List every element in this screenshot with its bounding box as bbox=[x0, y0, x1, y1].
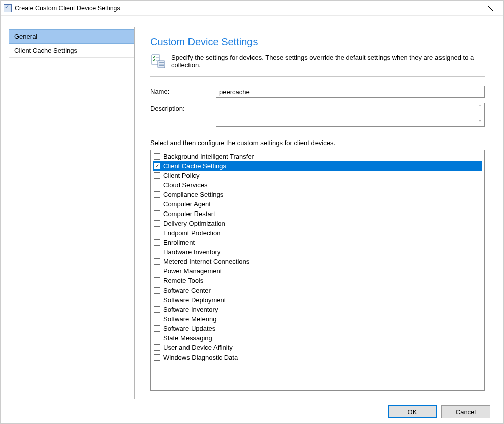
setting-checkbox[interactable] bbox=[154, 239, 160, 246]
setting-checkbox[interactable] bbox=[154, 287, 160, 294]
setting-row[interactable]: Hardware Inventory bbox=[153, 247, 482, 257]
settings-listbox[interactable]: Background Intelligent TransferClient Ca… bbox=[150, 150, 485, 391]
setting-row[interactable]: Metered Internet Connections bbox=[153, 257, 482, 266]
name-row: Name: bbox=[150, 86, 485, 98]
setting-label: Software Inventory bbox=[163, 306, 218, 313]
setting-row[interactable]: Software Deployment bbox=[153, 295, 482, 305]
setting-label: User and Device Affinity bbox=[163, 344, 233, 351]
setting-row[interactable]: Computer Restart bbox=[153, 209, 482, 219]
dialog-window: Create Custom Client Device Settings Gen… bbox=[0, 0, 504, 424]
setting-checkbox[interactable] bbox=[154, 325, 160, 332]
panels: GeneralClient Cache Settings Custom Devi… bbox=[9, 27, 495, 399]
setting-label: Metered Internet Connections bbox=[163, 258, 249, 265]
setting-checkbox[interactable] bbox=[154, 201, 160, 207]
sidebar-item-client-cache-settings[interactable]: Client Cache Settings bbox=[9, 44, 134, 58]
svg-rect-6 bbox=[159, 62, 164, 63]
svg-rect-3 bbox=[156, 57, 159, 58]
setting-checkbox[interactable] bbox=[154, 249, 160, 255]
close-button[interactable] bbox=[480, 1, 500, 15]
setting-row[interactable]: Compliance Settings bbox=[153, 190, 482, 199]
close-icon bbox=[488, 6, 493, 11]
setting-label: Enrollment bbox=[163, 239, 195, 246]
setting-row[interactable]: Software Metering bbox=[153, 314, 482, 324]
setting-label: Hardware Inventory bbox=[163, 248, 220, 256]
setting-label: Computer Restart bbox=[163, 210, 215, 218]
setting-row[interactable]: State Messaging bbox=[153, 333, 482, 343]
instruction-row: Specify the settings for devices. These … bbox=[150, 54, 485, 77]
titlebar[interactable]: Create Custom Client Device Settings bbox=[1, 1, 503, 16]
client-area: GeneralClient Cache Settings Custom Devi… bbox=[1, 16, 503, 423]
setting-row[interactable]: Client Policy bbox=[153, 171, 482, 180]
page-title: Custom Device Settings bbox=[150, 36, 485, 48]
setting-checkbox[interactable] bbox=[154, 268, 160, 274]
setting-label: Computer Agent bbox=[163, 200, 211, 208]
description-scrollbar[interactable]: ˄ ˅ bbox=[475, 103, 484, 126]
setting-row[interactable]: Enrollment bbox=[153, 238, 482, 247]
setting-label: Endpoint Protection bbox=[163, 229, 220, 237]
setting-label: Remote Tools bbox=[163, 277, 203, 285]
setting-checkbox[interactable] bbox=[154, 344, 160, 351]
setting-row[interactable]: Endpoint Protection bbox=[153, 228, 482, 238]
setting-row[interactable]: User and Device Affinity bbox=[153, 343, 482, 352]
button-row: OK Cancel bbox=[9, 399, 495, 418]
setting-label: Software Deployment bbox=[163, 296, 226, 304]
setting-label: Client Cache Settings bbox=[163, 162, 226, 170]
setting-checkbox[interactable] bbox=[154, 297, 160, 303]
setting-label: Software Updates bbox=[163, 325, 215, 332]
app-icon bbox=[4, 4, 12, 12]
setting-label: Delivery Optimization bbox=[163, 220, 225, 227]
main-panel: Custom Device Settings bbox=[140, 27, 495, 399]
setting-checkbox[interactable] bbox=[154, 220, 160, 227]
description-field[interactable] bbox=[216, 103, 475, 126]
setting-label: Windows Diagnostic Data bbox=[163, 354, 238, 361]
svg-rect-4 bbox=[156, 60, 159, 61]
setting-row[interactable]: Software Center bbox=[153, 286, 482, 295]
setting-row[interactable]: Windows Diagnostic Data bbox=[153, 352, 482, 362]
window-title: Create Custom Client Device Settings bbox=[15, 5, 480, 12]
sidebar-item-general[interactable]: General bbox=[9, 29, 134, 44]
setting-checkbox[interactable] bbox=[154, 316, 160, 322]
setting-label: Compliance Settings bbox=[163, 191, 223, 198]
setting-row[interactable]: Power Management bbox=[153, 266, 482, 276]
setting-label: Background Intelligent Transfer bbox=[163, 153, 254, 160]
description-wrap: ˄ ˅ bbox=[216, 103, 485, 127]
setting-checkbox[interactable] bbox=[154, 306, 160, 313]
setting-checkbox[interactable] bbox=[154, 153, 160, 160]
setting-label: Cloud Services bbox=[163, 181, 207, 189]
scroll-up-icon: ˄ bbox=[479, 104, 481, 110]
setting-row[interactable]: Software Updates bbox=[153, 324, 482, 333]
name-label: Name: bbox=[150, 86, 216, 95]
setting-checkbox[interactable] bbox=[154, 335, 160, 341]
setting-row[interactable]: Client Cache Settings bbox=[153, 161, 482, 171]
setting-label: Power Management bbox=[163, 267, 222, 275]
setting-row[interactable]: Delivery Optimization bbox=[153, 219, 482, 228]
setting-checkbox[interactable] bbox=[154, 258, 160, 265]
svg-rect-8 bbox=[159, 65, 164, 66]
setting-label: Client Policy bbox=[163, 172, 200, 179]
cancel-button[interactable]: Cancel bbox=[441, 405, 490, 418]
setting-row[interactable]: Cloud Services bbox=[153, 180, 482, 190]
select-settings-label: Select and then configure the custom set… bbox=[150, 139, 485, 147]
setting-label: Software Center bbox=[163, 287, 211, 294]
scroll-down-icon: ˅ bbox=[479, 120, 481, 125]
setting-row[interactable]: Computer Agent bbox=[153, 199, 482, 209]
setting-row[interactable]: Remote Tools bbox=[153, 276, 482, 286]
setting-checkbox[interactable] bbox=[154, 191, 160, 198]
name-field[interactable] bbox=[216, 86, 485, 98]
setting-checkbox[interactable] bbox=[154, 163, 160, 169]
instruction-text: Specify the settings for devices. These … bbox=[171, 54, 485, 69]
setting-label: Software Metering bbox=[163, 315, 217, 323]
setting-label: State Messaging bbox=[163, 334, 212, 342]
setting-row[interactable]: Background Intelligent Transfer bbox=[153, 152, 482, 161]
setting-row[interactable]: Software Inventory bbox=[153, 305, 482, 314]
setting-checkbox[interactable] bbox=[154, 210, 160, 217]
setting-checkbox[interactable] bbox=[154, 354, 160, 361]
setting-checkbox[interactable] bbox=[154, 172, 160, 179]
setting-checkbox[interactable] bbox=[154, 277, 160, 284]
svg-rect-7 bbox=[159, 64, 164, 65]
checklist-icon bbox=[150, 54, 166, 70]
ok-button[interactable]: OK bbox=[388, 405, 437, 418]
setting-checkbox[interactable] bbox=[154, 182, 160, 188]
setting-checkbox[interactable] bbox=[154, 230, 160, 236]
description-label: Description: bbox=[150, 103, 216, 112]
